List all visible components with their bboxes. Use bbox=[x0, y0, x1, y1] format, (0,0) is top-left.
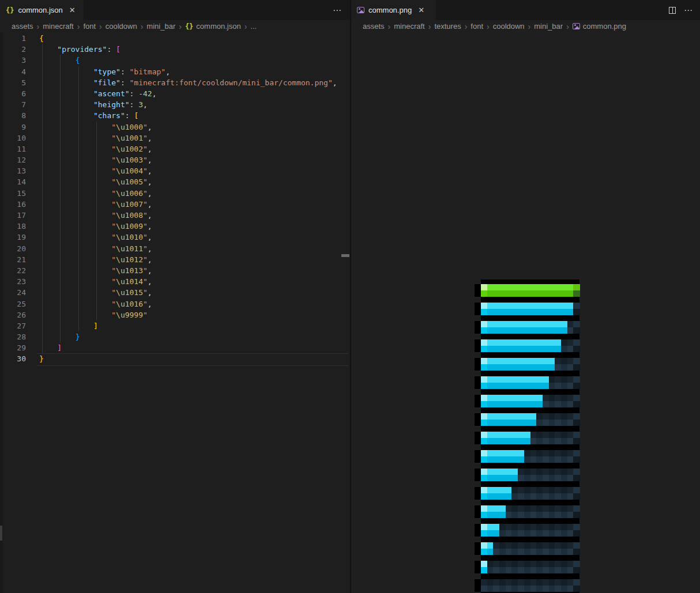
code-line[interactable]: 26 "\u9999" bbox=[0, 309, 350, 320]
code-line[interactable]: 2 "providers": [ bbox=[0, 44, 350, 55]
tab-common-png[interactable]: common.png ✕ bbox=[351, 0, 436, 20]
scrollbar-thumb[interactable] bbox=[0, 526, 2, 541]
split-editor-icon[interactable] bbox=[669, 7, 676, 14]
line-number[interactable]: 30 bbox=[0, 353, 26, 364]
close-icon[interactable]: ✕ bbox=[69, 6, 76, 14]
breadcrumb-item-minecraft[interactable]: minecraft bbox=[394, 22, 424, 31]
bar-cell bbox=[499, 450, 506, 456]
code-line[interactable]: 27 ] bbox=[0, 320, 350, 331]
bar-cell bbox=[518, 358, 524, 364]
breadcrumb-item-cooldown[interactable]: cooldown bbox=[493, 22, 525, 31]
line-number[interactable]: 1 bbox=[0, 33, 26, 44]
breadcrumb-item-common-png[interactable]: common.png bbox=[573, 22, 626, 31]
code-line[interactable]: 20 "\u1011", bbox=[0, 243, 350, 254]
code-line[interactable]: 22 "\u1013", bbox=[0, 265, 350, 276]
line-number[interactable]: 22 bbox=[0, 265, 26, 276]
code-line[interactable]: 1{ bbox=[0, 33, 350, 44]
breadcrumb-item--[interactable]: ... bbox=[250, 22, 257, 31]
line-number[interactable]: 23 bbox=[0, 276, 26, 287]
code-line[interactable]: 15 "\u1006", bbox=[0, 188, 350, 199]
code-line[interactable]: 7 "height": 3, bbox=[0, 99, 350, 110]
breadcrumb-item-assets[interactable]: assets bbox=[363, 22, 385, 31]
code-line[interactable]: 14 "\u1005", bbox=[0, 176, 350, 187]
code-line[interactable]: 9 "\u1000", bbox=[0, 122, 350, 133]
line-number[interactable]: 9 bbox=[0, 122, 26, 133]
line-number[interactable]: 13 bbox=[0, 165, 26, 176]
line-number[interactable]: 4 bbox=[0, 66, 26, 77]
close-icon[interactable]: ✕ bbox=[418, 6, 424, 14]
code-line[interactable]: 29 ] bbox=[0, 342, 350, 353]
code-line[interactable]: 3 { bbox=[0, 55, 350, 66]
bar-cell bbox=[511, 586, 518, 592]
left-edge-scrollbar[interactable] bbox=[0, 32, 3, 593]
line-number[interactable]: 11 bbox=[0, 143, 26, 154]
line-number[interactable]: 25 bbox=[0, 299, 26, 309]
image-preview[interactable] bbox=[351, 32, 700, 593]
breadcrumb-item-cooldown[interactable]: cooldown bbox=[106, 22, 137, 31]
line-number[interactable]: 24 bbox=[0, 287, 26, 298]
line-number[interactable]: 20 bbox=[0, 243, 26, 254]
bar-cell bbox=[487, 346, 494, 352]
code-line[interactable]: 11 "\u1002", bbox=[0, 143, 350, 154]
bar-cell bbox=[506, 383, 512, 389]
code-line[interactable]: 5 "file": "minecraft:font/cooldown/mini_… bbox=[0, 77, 350, 88]
line-number[interactable]: 8 bbox=[0, 110, 26, 121]
line-number[interactable]: 17 bbox=[0, 210, 26, 221]
line-number[interactable]: 14 bbox=[0, 176, 26, 187]
code-line[interactable]: 25 "\u1016", bbox=[0, 299, 350, 309]
line-number[interactable]: 7 bbox=[0, 99, 26, 110]
bar-cell bbox=[499, 549, 506, 555]
bar-cell bbox=[511, 438, 518, 444]
line-number[interactable]: 6 bbox=[0, 88, 26, 99]
code-editor[interactable]: 1{2 "providers": [3 {4 "type": "bitmap",… bbox=[0, 33, 350, 593]
code-line[interactable]: 10 "\u1001", bbox=[0, 133, 350, 143]
breadcrumb-item-assets[interactable]: assets bbox=[12, 22, 33, 31]
bar-cell bbox=[543, 420, 549, 426]
more-actions-icon[interactable]: ⋯ bbox=[684, 5, 693, 16]
bar-cell bbox=[567, 364, 574, 371]
bar-cell bbox=[481, 309, 487, 315]
code-line[interactable]: 12 "\u1003", bbox=[0, 154, 350, 165]
code-line[interactable]: 28 } bbox=[0, 331, 350, 342]
code-line[interactable]: 16 "\u1007", bbox=[0, 199, 350, 210]
line-number[interactable]: 26 bbox=[0, 309, 26, 320]
line-number[interactable]: 15 bbox=[0, 188, 26, 199]
line-number[interactable]: 10 bbox=[0, 133, 26, 143]
breadcrumb-item-minecraft[interactable]: minecraft bbox=[43, 22, 73, 31]
code-line[interactable]: 13 "\u1004", bbox=[0, 165, 350, 176]
line-number[interactable]: 2 bbox=[0, 44, 26, 55]
bar-cell bbox=[543, 339, 549, 346]
breadcrumb-item-mini-bar[interactable]: mini_bar bbox=[534, 22, 563, 31]
code-line[interactable]: 23 "\u1014", bbox=[0, 276, 350, 287]
line-number[interactable]: 28 bbox=[0, 331, 26, 342]
bar-cell bbox=[530, 383, 537, 389]
code-line[interactable]: 8 "chars": [ bbox=[0, 110, 350, 121]
code-line[interactable]: 30} bbox=[0, 353, 350, 364]
code-line[interactable]: 17 "\u1008", bbox=[0, 210, 350, 221]
tab-common-json[interactable]: {} common.json ✕ bbox=[0, 0, 84, 20]
bar-cell bbox=[549, 376, 555, 383]
line-number[interactable]: 5 bbox=[0, 77, 26, 88]
more-actions-icon[interactable]: ⋯ bbox=[333, 5, 342, 16]
code-line[interactable]: 24 "\u1015", bbox=[0, 287, 350, 298]
code-line[interactable]: 19 "\u1010", bbox=[0, 232, 350, 243]
line-number[interactable]: 3 bbox=[0, 55, 26, 66]
breadcrumb-item-common-json[interactable]: {}common.json bbox=[185, 22, 241, 31]
code-line[interactable]: 21 "\u1012", bbox=[0, 254, 350, 265]
line-number[interactable]: 21 bbox=[0, 254, 26, 265]
breadcrumb-item-mini-bar[interactable]: mini_bar bbox=[146, 22, 175, 31]
scrollbar-marker[interactable] bbox=[341, 254, 349, 257]
line-number[interactable]: 19 bbox=[0, 232, 26, 243]
breadcrumb-item-font[interactable]: font bbox=[471, 22, 483, 31]
breadcrumb-item-textures[interactable]: textures bbox=[434, 22, 461, 31]
code-line[interactable]: 6 "ascent": -42, bbox=[0, 88, 350, 99]
line-number[interactable]: 27 bbox=[0, 320, 26, 331]
line-number[interactable]: 18 bbox=[0, 221, 26, 232]
line-number[interactable]: 16 bbox=[0, 199, 26, 210]
line-number[interactable]: 29 bbox=[0, 342, 26, 353]
code-line[interactable]: 18 "\u1009", bbox=[0, 221, 350, 232]
line-number[interactable]: 12 bbox=[0, 154, 26, 165]
breadcrumb-item-font[interactable]: font bbox=[83, 22, 96, 31]
bar-cell bbox=[499, 579, 506, 586]
code-line[interactable]: 4 "type": "bitmap", bbox=[0, 66, 350, 77]
